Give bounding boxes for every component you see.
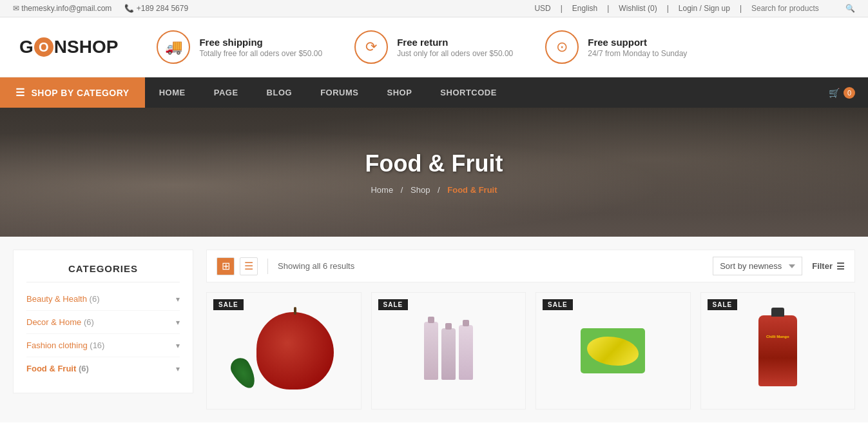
category-food-link[interactable]: Food & Fruit (6) xyxy=(26,364,89,373)
hamburger-icon: ☰ xyxy=(15,86,25,99)
product-card-sauce[interactable]: SALE xyxy=(700,292,856,409)
email-icon: ✉ xyxy=(13,4,19,13)
feature-shipping-subtitle: Totally free for all oders over $50.00 xyxy=(199,49,322,58)
sauce-bottle-image xyxy=(758,315,797,386)
feature-shipping: 🚚 Free shipping Totally free for all ode… xyxy=(157,30,322,64)
nav-shop[interactable]: SHOP xyxy=(372,79,426,106)
main-content: CATEGORIES Beauty & Health (6) ▾ Decor &… xyxy=(0,237,868,422)
logo-o: O xyxy=(34,37,53,57)
top-bar-left: ✉ themesky.info@gmail.com 📞 +189 284 567… xyxy=(13,4,188,13)
category-decor-link[interactable]: Decor & Home (6) xyxy=(26,317,94,327)
shipping-icon: 🚚 xyxy=(157,30,190,64)
top-bar-right: USD | English | Wishlist (0) | Login / S… xyxy=(534,4,855,13)
separator: | xyxy=(561,4,563,13)
product-grid: SALE SALE xyxy=(206,292,855,409)
cart-count: 0 xyxy=(844,87,855,99)
feature-shipping-text: Free shipping Totally free for all oders… xyxy=(199,37,322,58)
feature-support: ⊙ Free support 24/7 from Monday to Sunda… xyxy=(545,30,687,64)
feature-support-text: Free support 24/7 from Monday to Sunday xyxy=(588,37,687,58)
filter-button[interactable]: Filter ☰ xyxy=(812,261,845,271)
feature-items: 🚚 Free shipping Totally free for all ode… xyxy=(157,30,849,64)
logo[interactable]: G O N SHOP xyxy=(19,37,118,57)
banana-image xyxy=(587,337,639,366)
separator: | xyxy=(607,4,609,13)
grid-view-button[interactable]: ⊞ xyxy=(217,257,235,275)
login-link[interactable]: Login / Sign up xyxy=(679,4,730,13)
nav-links: HOME PAGE BLOG FORUMS SHOP SHORTCODE xyxy=(145,79,816,106)
products-area: ⊞ ☰ Showing all 6 results Sort by newnes… xyxy=(206,250,855,409)
category-btn[interactable]: ☰ SHOP BY CATEGORY xyxy=(0,77,145,108)
separator: | xyxy=(667,4,669,13)
pomegranate-image xyxy=(256,312,334,390)
filter-icon: ☰ xyxy=(836,261,845,271)
cart-icon: 🛒 xyxy=(829,88,840,98)
feature-return-title: Free return xyxy=(397,37,513,48)
category-item-food[interactable]: Food & Fruit (6) ▾ xyxy=(26,357,180,380)
bottle1 xyxy=(424,322,438,380)
search-input[interactable] xyxy=(751,4,842,13)
nav-shortcode[interactable]: SHORTCODE xyxy=(426,79,511,106)
banana-tray xyxy=(581,328,645,373)
category-item-fashion[interactable]: Fashion clothing (16) ▾ xyxy=(26,334,180,357)
product-image-sauce xyxy=(701,293,855,409)
product-image-pomegranate xyxy=(207,293,361,409)
chevron-down-icon: ▾ xyxy=(176,295,180,304)
breadcrumb-sep1: / xyxy=(401,185,405,195)
wishlist-link[interactable]: Wishlist (0) xyxy=(619,4,657,13)
chevron-down-icon: ▾ xyxy=(176,364,180,373)
categories-box: CATEGORIES Beauty & Health (6) ▾ Decor &… xyxy=(13,250,193,393)
view-icons: ⊞ ☰ xyxy=(217,257,258,275)
feature-support-title: Free support xyxy=(588,37,687,48)
category-beauty-link[interactable]: Beauty & Health (6) xyxy=(26,294,99,304)
separator: | xyxy=(740,4,742,13)
chevron-down-icon: ▾ xyxy=(176,341,180,350)
return-icon: ⟳ xyxy=(354,30,388,64)
breadcrumb-shop[interactable]: Shop xyxy=(410,185,430,195)
nav-home[interactable]: HOME xyxy=(145,79,200,106)
product-card-bananas[interactable]: SALE xyxy=(535,292,691,409)
cart-button[interactable]: 🛒 0 xyxy=(816,78,868,108)
search-area[interactable]: 🔍 xyxy=(751,4,855,13)
breadcrumb-home[interactable]: Home xyxy=(371,185,393,195)
feature-return: ⟳ Free return Just only for all oders ov… xyxy=(354,30,513,64)
chevron-down-icon: ▾ xyxy=(176,318,180,327)
category-btn-label: SHOP BY CATEGORY xyxy=(32,88,130,98)
email-contact: ✉ themesky.info@gmail.com xyxy=(13,4,111,13)
products-toolbar: ⊞ ☰ Showing all 6 results Sort by newnes… xyxy=(206,250,855,282)
feature-return-subtitle: Just only for all oders over $50.00 xyxy=(397,49,513,58)
categories-title: CATEGORIES xyxy=(26,263,180,282)
list-view-button[interactable]: ☰ xyxy=(240,257,258,275)
top-bar: ✉ themesky.info@gmail.com 📞 +189 284 567… xyxy=(0,0,868,17)
phone-icon: 📞 xyxy=(124,4,134,13)
toolbar-separator xyxy=(267,259,268,274)
product-card-bottles[interactable]: SALE xyxy=(371,292,526,409)
bottles-image xyxy=(424,322,473,380)
nav-page[interactable]: PAGE xyxy=(200,79,253,106)
sale-badge: SALE xyxy=(708,299,738,310)
breadcrumb-sep2: / xyxy=(438,185,442,195)
category-fashion-link[interactable]: Fashion clothing (16) xyxy=(26,340,104,350)
category-item-decor[interactable]: Decor & Home (6) ▾ xyxy=(26,311,180,334)
nav-forums[interactable]: FORUMS xyxy=(306,79,372,106)
leaf-decoration xyxy=(227,355,260,392)
currency-selector[interactable]: USD xyxy=(534,4,550,13)
phone-contact: 📞 +189 284 5679 xyxy=(124,4,188,13)
header: G O N SHOP 🚚 Free shipping Totally free … xyxy=(0,17,868,77)
sale-badge: SALE xyxy=(378,299,409,310)
category-item-beauty[interactable]: Beauty & Health (6) ▾ xyxy=(26,288,180,311)
results-text: Showing all 6 results xyxy=(278,261,703,271)
breadcrumb-current: Food & Fruit xyxy=(447,185,497,195)
feature-shipping-title: Free shipping xyxy=(199,37,322,48)
language-selector[interactable]: English xyxy=(572,4,597,13)
search-icon[interactable]: 🔍 xyxy=(845,4,855,13)
nav-blog[interactable]: BLOG xyxy=(253,79,307,106)
product-card-pomegranate[interactable]: SALE xyxy=(206,292,362,409)
nav: ☰ SHOP BY CATEGORY HOME PAGE BLOG FORUMS… xyxy=(0,77,868,108)
sort-select[interactable]: Sort by newness xyxy=(713,257,802,275)
hero-banner: Food & Fruit Home / Shop / Food & Fruit xyxy=(0,108,868,237)
bottle3 xyxy=(459,325,473,380)
bottle2 xyxy=(441,328,456,380)
feature-return-text: Free return Just only for all oders over… xyxy=(397,37,513,58)
support-icon: ⊙ xyxy=(545,30,579,64)
sale-badge: SALE xyxy=(213,299,244,310)
